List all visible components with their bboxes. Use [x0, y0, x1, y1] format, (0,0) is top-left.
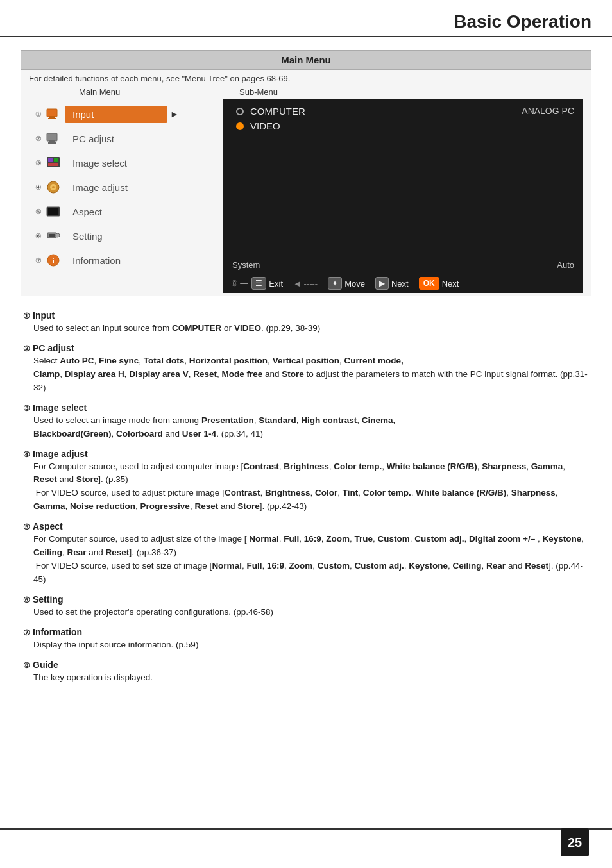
exit-icon-box: ☰	[251, 277, 266, 290]
menu-item-aspect[interactable]: ⑤ Aspect	[29, 199, 218, 224]
menu-labels-row: Main Menu Sub-Menu	[21, 86, 591, 97]
computer-label: COMPUTER	[250, 106, 305, 117]
imageselect-label[interactable]: Image select	[65, 154, 167, 172]
analog-pc-label: ANALOG PC	[522, 106, 574, 116]
section-aspect-body: For Computer source, used to adjust size…	[23, 533, 589, 587]
nav-dashes: ◄ -----	[293, 279, 318, 288]
section-pcadjust-body: Select Auto PC, Fine sync, Total dots, H…	[23, 355, 589, 395]
pcadjust-label[interactable]: PC adjust	[65, 130, 167, 147]
sub-item-video[interactable]: VIDEO	[236, 121, 570, 131]
menu-diagram: ① Input ► ②	[21, 97, 591, 296]
svg-rect-1	[49, 116, 55, 118]
section-guide-body: The key operation is displayed.	[23, 671, 589, 685]
section-information-heading: ⑦ Information	[23, 627, 589, 637]
sub-menu-panel: ANALOG PC COMPUTER VIDEO System Au	[223, 99, 583, 293]
svg-rect-8	[54, 158, 58, 162]
setting-label[interactable]: Setting	[65, 228, 167, 245]
section-imageselect-heading: ③ Image select	[23, 403, 589, 413]
setting-icon	[44, 227, 62, 245]
item-num-5: ⑤	[29, 208, 42, 216]
menu-item-imageadjust[interactable]: ④ Image adjust	[29, 175, 218, 199]
main-menu-box: Main Menu For detailed functions of each…	[21, 50, 591, 296]
section-imageadjust: ④ Image adjust For Computer source, used…	[23, 449, 589, 514]
menu-box-title: Main Menu	[21, 51, 591, 70]
menu-item-input[interactable]: ① Input ►	[29, 102, 218, 126]
next-icon-box: ▶	[375, 277, 389, 290]
svg-rect-5	[48, 142, 56, 144]
item-num-4: ④	[29, 183, 42, 192]
input-icon	[44, 105, 62, 123]
input-arrow: ►	[170, 109, 179, 119]
imageadjust-label[interactable]: Image adjust	[65, 179, 167, 196]
sections: ① Input Used to select an input source f…	[21, 310, 591, 685]
section-setting-body: Used to set the projector's operating co…	[23, 606, 589, 619]
svg-rect-0	[47, 109, 57, 117]
item-num-1: ①	[29, 110, 42, 119]
nav-exit-num: ⑧ —	[231, 279, 248, 288]
move-icon-box: ✦	[328, 277, 342, 290]
ok-icon-box: OK	[419, 277, 439, 290]
section-guide-heading: ⑧ Guide	[23, 660, 589, 670]
video-radio	[236, 122, 244, 130]
svg-rect-3	[47, 133, 57, 141]
sub-menu-content: ANALOG PC COMPUTER VIDEO	[223, 99, 583, 256]
section-setting: ⑥ Setting Used to set the projector's op…	[23, 594, 589, 619]
section-imageselect: ③ Image select Used to select an image m…	[23, 403, 589, 441]
section-pcadjust-heading: ② PC adjust	[23, 343, 589, 353]
svg-rect-14	[48, 208, 58, 215]
page-number: 25	[561, 828, 589, 856]
aspect-icon	[44, 203, 62, 221]
nav-next[interactable]: ▶ Next	[375, 277, 409, 290]
system-label: System	[232, 260, 260, 270]
label-sub-menu: Sub-Menu	[239, 87, 583, 97]
video-label: VIDEO	[250, 121, 280, 131]
section-imageselect-body: Used to select an image mode from among …	[23, 414, 589, 441]
system-auto-row: System Auto	[223, 256, 583, 274]
sub-item-computer[interactable]: COMPUTER	[236, 106, 570, 117]
computer-radio	[236, 108, 244, 115]
section-guide: ⑧ Guide The key operation is displayed.	[23, 660, 589, 685]
menu-item-information[interactable]: ⑦ i Information	[29, 248, 218, 272]
information-label[interactable]: Information	[65, 252, 167, 269]
menu-item-imageselect[interactable]: ③ Image select	[29, 151, 218, 175]
item-num-6: ⑥	[29, 232, 42, 240]
section-input: ① Input Used to select an input source f…	[23, 310, 589, 335]
imageselect-icon	[44, 154, 62, 172]
svg-rect-7	[48, 158, 53, 162]
main-menu-panel: ① Input ► ②	[29, 99, 218, 293]
information-icon: i	[44, 251, 62, 269]
nav-exit-label: Exit	[269, 279, 283, 288]
auto-label: Auto	[557, 260, 574, 270]
aspect-label[interactable]: Aspect	[65, 203, 167, 221]
item-num-2: ②	[29, 135, 42, 143]
item-num-7: ⑦	[29, 256, 42, 265]
bottom-nav: ⑧ — ☰ Exit ◄ ----- ✦ Move ▶ Next	[223, 274, 583, 293]
svg-rect-9	[48, 163, 58, 166]
section-aspect-heading: ⑤ Aspect	[23, 521, 589, 531]
section-setting-heading: ⑥ Setting	[23, 594, 589, 605]
section-pcadjust: ② PC adjust Select Auto PC, Fine sync, T…	[23, 343, 589, 395]
svg-rect-4	[49, 140, 55, 142]
section-aspect: ⑤ Aspect For Computer source, used to ad…	[23, 521, 589, 587]
nav-move[interactable]: ✦ Move	[328, 277, 365, 290]
section-imageadjust-heading: ④ Image adjust	[23, 449, 589, 459]
svg-point-17	[56, 233, 60, 237]
input-label[interactable]: Input	[65, 106, 167, 123]
nav-move-label: Move	[344, 279, 365, 288]
section-input-body: Used to select an input source from COMP…	[23, 322, 589, 335]
menu-item-pcadjust[interactable]: ② PC adjust	[29, 126, 218, 151]
nav-exit[interactable]: ☰ Exit	[251, 277, 283, 290]
pcadjust-icon	[44, 129, 62, 147]
section-information-body: Display the input source information. (p…	[23, 638, 589, 652]
page-title-bar: Basic Operation	[0, 0, 612, 37]
menu-item-setting[interactable]: ⑥ Setting	[29, 224, 218, 248]
svg-text:i: i	[52, 256, 55, 265]
section-input-heading: ① Input	[23, 310, 589, 321]
imageadjust-icon	[44, 178, 62, 196]
svg-rect-16	[49, 234, 55, 237]
svg-rect-2	[48, 118, 56, 119]
nav-ok-next[interactable]: OK Next	[419, 277, 459, 290]
section-information: ⑦ Information Display the input source i…	[23, 627, 589, 652]
label-main-menu: Main Menu	[79, 87, 239, 97]
page-title: Basic Operation	[21, 12, 591, 32]
